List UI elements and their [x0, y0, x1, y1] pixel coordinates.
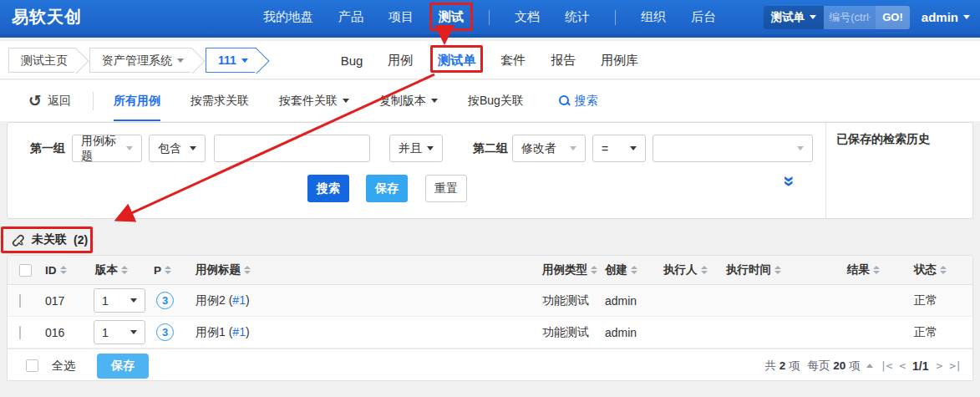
- tab-case[interactable]: 用例: [388, 53, 413, 69]
- breadcrumb-home-label: 测试主页: [21, 48, 68, 72]
- col-version[interactable]: 版本: [91, 262, 150, 277]
- sort-icon[interactable]: [631, 266, 637, 274]
- last-page-button[interactable]: >|: [949, 359, 961, 372]
- select-all-checkbox[interactable]: [26, 359, 38, 372]
- back-label: 返回: [48, 94, 71, 109]
- andor-select[interactable]: 并且: [389, 135, 443, 162]
- version-select[interactable]: 1: [94, 320, 145, 344]
- by-suite-label: 按套件关联: [279, 94, 338, 109]
- sort-icon[interactable]: [121, 266, 128, 274]
- value2-select[interactable]: [652, 135, 813, 162]
- toolbar-item-copy-version[interactable]: 复制版本: [379, 80, 438, 121]
- tab-caselib[interactable]: 用例库: [601, 53, 638, 69]
- priority-badge[interactable]: 3: [156, 292, 174, 309]
- operator1-value: 包含: [158, 141, 181, 156]
- col-exec-time[interactable]: 执行时间: [722, 262, 843, 277]
- table-row: 016 1 3 用例1 (#1) 功能测试 admin 正常: [8, 317, 972, 349]
- form-reset-button[interactable]: 重置: [425, 175, 467, 202]
- nav-item-my[interactable]: 我的地盘: [263, 9, 313, 25]
- case-title[interactable]: 用例2 (: [195, 293, 232, 307]
- id-search-input[interactable]: [824, 6, 876, 29]
- toolbar-search-toggle[interactable]: 搜索: [559, 80, 598, 121]
- footer-save-button[interactable]: 保存: [97, 354, 149, 379]
- tab-bug[interactable]: Bug: [341, 53, 363, 68]
- per-page[interactable]: 每页 20 项: [808, 359, 861, 374]
- select-all-header-cell[interactable]: [8, 264, 41, 277]
- sort-icon[interactable]: [940, 266, 947, 274]
- row-checkbox[interactable]: [19, 294, 21, 308]
- sort-icon[interactable]: [60, 266, 67, 274]
- total-count: 共 2 项: [764, 359, 800, 374]
- col-creator[interactable]: 创建: [601, 262, 659, 277]
- back-arrow-icon: ↺: [28, 93, 42, 109]
- next-page-button[interactable]: >: [937, 359, 942, 372]
- user-menu[interactable]: admin: [922, 10, 970, 24]
- nav-item-test[interactable]: 测试: [439, 9, 464, 25]
- col-id[interactable]: ID: [41, 264, 91, 277]
- search-scope-label: 测试单: [771, 10, 805, 25]
- toolbar-item-by-suite[interactable]: 按套件关联: [279, 80, 349, 121]
- sort-icon[interactable]: [701, 266, 708, 274]
- unlink-icon: [10, 232, 25, 247]
- operator1-select[interactable]: 包含: [149, 135, 206, 162]
- chevron-down-icon: [630, 146, 637, 150]
- nav-item-doc[interactable]: 文档: [515, 9, 540, 25]
- version-select[interactable]: 1: [94, 288, 145, 313]
- unlinked-title: 未关联: [32, 232, 67, 247]
- brand-logo[interactable]: 易软天创: [12, 6, 82, 28]
- sort-icon[interactable]: [774, 266, 781, 274]
- col-executor[interactable]: 执行人: [659, 262, 722, 277]
- story-link[interactable]: #1: [232, 325, 246, 338]
- story-link[interactable]: #1: [232, 293, 246, 307]
- sort-icon[interactable]: [244, 266, 251, 274]
- nav-item-product[interactable]: 产品: [338, 9, 363, 25]
- breadcrumb-test-home[interactable]: 测试主页: [8, 48, 76, 73]
- chevron-down-icon: [190, 146, 196, 150]
- col-title[interactable]: 用例标题: [191, 262, 538, 277]
- sort-icon[interactable]: [591, 266, 597, 274]
- sort-icon[interactable]: [873, 266, 880, 274]
- tab-suite[interactable]: 套件: [500, 53, 526, 69]
- col-result[interactable]: 结果: [843, 262, 910, 277]
- nav-item-project[interactable]: 项目: [388, 9, 414, 25]
- value1-input[interactable]: [214, 135, 370, 162]
- col-type[interactable]: 用例类型: [538, 262, 601, 277]
- chevron-down-icon: [797, 146, 804, 150]
- case-title[interactable]: 用例1 (: [195, 325, 232, 338]
- toolbar-item-all-cases[interactable]: 所有用例: [114, 80, 160, 121]
- priority-badge[interactable]: 3: [156, 323, 174, 341]
- breadcrumb-product-select[interactable]: 资产管理系统: [89, 48, 192, 73]
- case-creator: admin: [601, 294, 659, 308]
- toolbar-item-by-bug[interactable]: 按Bug关联: [468, 80, 524, 121]
- field1-value: 用例标题: [81, 134, 126, 164]
- nav-item-stats[interactable]: 统计: [565, 9, 590, 25]
- prev-page-button[interactable]: <: [899, 359, 905, 372]
- toolbar-item-by-story[interactable]: 按需求关联: [190, 80, 249, 121]
- first-page-button[interactable]: |<: [881, 359, 892, 372]
- back-button[interactable]: ↺ 返回: [28, 93, 71, 109]
- sort-icon[interactable]: [165, 266, 171, 274]
- col-status[interactable]: 状态: [910, 262, 972, 277]
- go-button[interactable]: GO!: [876, 6, 910, 29]
- search-scope-select[interactable]: 测试单: [764, 6, 825, 29]
- field1-select[interactable]: 用例标题: [72, 135, 142, 162]
- nav-item-org[interactable]: 组织: [641, 9, 666, 25]
- nav-item-admin-panel[interactable]: 后台: [691, 9, 716, 25]
- table-row: 017 1 3 用例2 (#1) 功能测试 admin 正常: [8, 285, 972, 317]
- collapse-double-chevron-icon[interactable]: »: [779, 176, 800, 186]
- toolbar-search-label: 搜索: [575, 94, 598, 109]
- row-checkbox[interactable]: [19, 326, 21, 339]
- chevron-down-icon: [963, 15, 970, 19]
- header-checkbox[interactable]: [19, 264, 32, 277]
- chevron-down-icon: [431, 99, 438, 103]
- form-save-button[interactable]: 保存: [366, 175, 408, 202]
- field2-select[interactable]: 修改者: [512, 135, 586, 162]
- breadcrumb-build-select[interactable]: 111: [206, 48, 256, 73]
- username-label: admin: [922, 10, 958, 24]
- tab-testtask[interactable]: 测试单: [438, 53, 475, 69]
- operator2-select[interactable]: =: [592, 135, 646, 162]
- form-search-button[interactable]: 搜索: [307, 175, 349, 202]
- col-priority[interactable]: P: [150, 264, 191, 277]
- tab-report[interactable]: 报告: [551, 53, 576, 69]
- andor-value: 并且: [399, 141, 422, 156]
